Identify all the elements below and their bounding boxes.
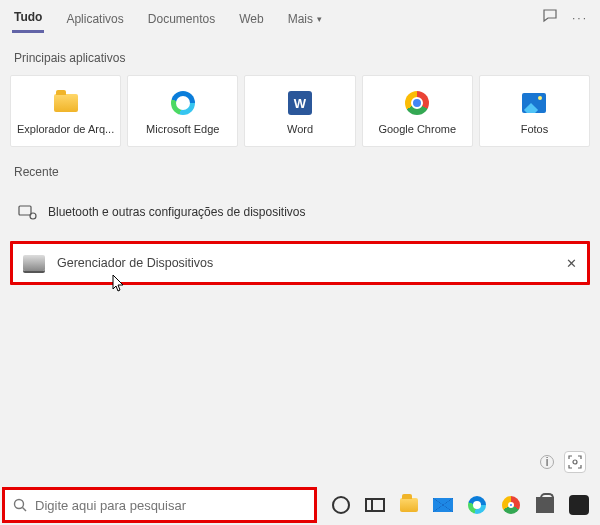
tab-documents[interactable]: Documentos [146,8,217,32]
app-icon[interactable] [567,493,591,517]
screen-search-icon[interactable] [564,451,586,473]
tile-label: Microsoft Edge [146,123,219,135]
chrome-icon [403,89,431,117]
options-icon[interactable]: ··· [572,11,588,25]
chrome-taskbar-icon[interactable] [499,493,523,517]
search-icon [13,498,27,512]
chevron-down-icon: ▾ [317,14,322,24]
tile-label: Explorador de Arq... [17,123,114,135]
tile-chrome[interactable]: Google Chrome [362,75,473,147]
top-apps-row: Explorador de Arq... Microsoft Edge W Wo… [0,75,600,147]
recent-item-label: Bluetooth e outras configurações de disp… [48,205,306,219]
task-view-icon[interactable] [363,493,387,517]
taskbar [0,485,600,525]
search-input[interactable] [35,498,306,513]
info-icon[interactable]: i [540,455,554,469]
recent-list: Bluetooth e outras configurações de disp… [0,189,600,235]
search-tabs: Tudo Aplicativos Documentos Web Mais ▾ ·… [0,0,600,33]
folder-icon [52,89,80,117]
tile-label: Google Chrome [378,123,456,135]
section-recent-label: Recente [0,147,600,189]
result-label: Gerenciador de Dispositivos [57,256,213,270]
feedback-icon[interactable] [542,8,558,27]
tile-label: Fotos [521,123,549,135]
store-icon[interactable] [533,493,557,517]
svg-point-1 [30,213,36,219]
edge-icon [169,89,197,117]
tile-photos[interactable]: Fotos [479,75,590,147]
cortana-icon[interactable] [329,493,353,517]
section-top-apps-label: Principais aplicativos [0,33,600,75]
bluetooth-settings-icon [16,201,38,223]
tab-apps[interactable]: Aplicativos [64,8,125,32]
device-manager-icon [23,252,45,274]
tab-more-label: Mais [288,12,313,26]
taskbar-search[interactable] [2,487,317,523]
tile-edge[interactable]: Microsoft Edge [127,75,238,147]
tile-word[interactable]: W Word [244,75,355,147]
result-device-manager[interactable]: Gerenciador de Dispositivos ✕ [10,241,590,285]
svg-point-3 [15,500,24,509]
edge-taskbar-icon[interactable] [465,493,489,517]
file-explorer-icon[interactable] [397,493,421,517]
tab-web[interactable]: Web [237,8,265,32]
close-icon[interactable]: ✕ [566,256,577,271]
word-icon: W [286,89,314,117]
cursor-icon [112,274,126,292]
taskbar-icons [329,493,591,517]
svg-point-2 [573,460,577,464]
tile-file-explorer[interactable]: Explorador de Arq... [10,75,121,147]
svg-rect-0 [19,206,31,215]
bottom-tools: i [540,451,586,473]
svg-line-4 [23,508,27,512]
tab-more[interactable]: Mais ▾ [286,8,324,32]
tile-label: Word [287,123,313,135]
tab-all[interactable]: Tudo [12,6,44,33]
recent-item-bluetooth[interactable]: Bluetooth e outras configurações de disp… [10,193,590,231]
mail-icon[interactable] [431,493,455,517]
photos-icon [520,89,548,117]
